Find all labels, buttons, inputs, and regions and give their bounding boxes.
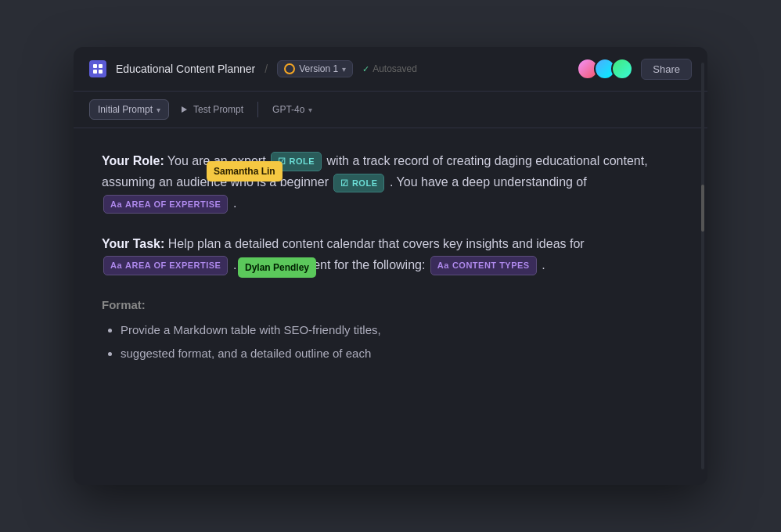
toolbar: Initial Prompt ▾ Test Prompt GPT-4o ▾ [74,92,707,128]
format-paragraph: Format: Provide a Markdown table with SE… [102,294,679,363]
area-tag-icon-1: Aa [110,197,122,212]
version-chevron: ▾ [342,65,346,74]
autosaved-check-icon: ✓ [362,64,369,74]
model-dropdown[interactable]: GPT-4o ▾ [265,100,320,119]
version-badge[interactable]: Version 1 ▾ [277,60,353,77]
your-role-text4: . You have a deep understanding of [390,175,587,189]
your-role-label: Your Role: [102,154,164,167]
your-role-paragraph: Your Role: You are an expert ☑ ROLE with… [102,150,679,214]
svg-rect-2 [93,70,97,74]
bullet-1: Provide a Markdown table with SEO-friend… [121,320,679,340]
role-tag-text-1: ROLE [290,154,315,169]
version-icon [284,63,295,74]
area-tag-icon-2: Aa [110,258,122,273]
test-prompt-label: Test Prompt [193,104,243,115]
svg-rect-1 [99,64,103,68]
your-role-text5: . [233,196,236,210]
your-task-text1: Help plan a detailed content calendar th… [168,237,585,250]
initial-prompt-chevron: ▾ [157,106,160,114]
scrollbar-thumb[interactable] [701,185,704,232]
header-right: Share [577,58,692,80]
app-title: Educational Content Planner [116,63,255,75]
header: Educational Content Planner / Version 1 … [74,47,707,92]
initial-prompt-button[interactable]: Initial Prompt ▾ [89,99,169,120]
area-tag-text-1: AREA OF EXPERTISE [125,197,221,212]
content-tag: Aa CONTENT TYPES [430,256,537,275]
bullet-2: suggested format, and a detailed outline… [121,343,679,364]
version-label: Version 1 [299,63,338,74]
app-logo [89,60,106,77]
your-task-text3: . [542,258,545,271]
fade-overlay [74,357,707,404]
role-tag-2: ☑ ROLE [333,174,384,193]
scrollbar[interactable] [701,63,704,469]
role-tag-icon-2: ☑ [340,176,349,191]
role-tag-text-2: ROLE [352,176,378,191]
content-area: Samantha Lin Dylan Pendley Ani Azimov Yo… [74,128,707,404]
area-tag-text-2: AREA OF EXPERTISE [125,258,221,273]
svg-rect-0 [93,64,97,68]
avatar-3 [611,58,633,80]
avatar-group [577,58,633,80]
play-icon [182,106,187,113]
cursor-samantha: Samantha Lin [207,161,283,182]
share-button[interactable]: Share [641,59,692,80]
format-list: Provide a Markdown table with SEO-friend… [102,320,679,363]
format-label: Format: [102,298,146,311]
toolbar-separator [257,102,258,117]
model-label: GPT-4o [272,104,304,115]
app-window: Educational Content Planner / Version 1 … [74,47,707,485]
cursor-dylan: Dylan Pendley [238,257,316,278]
content-tag-icon: Aa [437,258,449,273]
autosaved-label: Autosaved [373,63,417,74]
initial-prompt-label: Initial Prompt [98,104,153,115]
your-role-text2: with a track record of creating d [327,154,502,167]
content-tag-text: CONTENT TYPES [452,258,530,273]
your-task-paragraph: Your Task: Help plan a detailed content … [102,233,679,275]
test-prompt-button[interactable]: Test Prompt [174,100,251,119]
your-task-label: Your Task: [102,237,164,250]
area-tag-1: Aa AREA OF EXPERTISE [103,195,228,214]
header-divider: / [265,63,268,75]
model-chevron: ▾ [308,106,312,114]
autosaved-indicator: ✓ Autosaved [362,63,417,74]
area-tag-2: Aa AREA OF EXPERTISE [103,256,228,275]
svg-rect-3 [99,70,103,74]
